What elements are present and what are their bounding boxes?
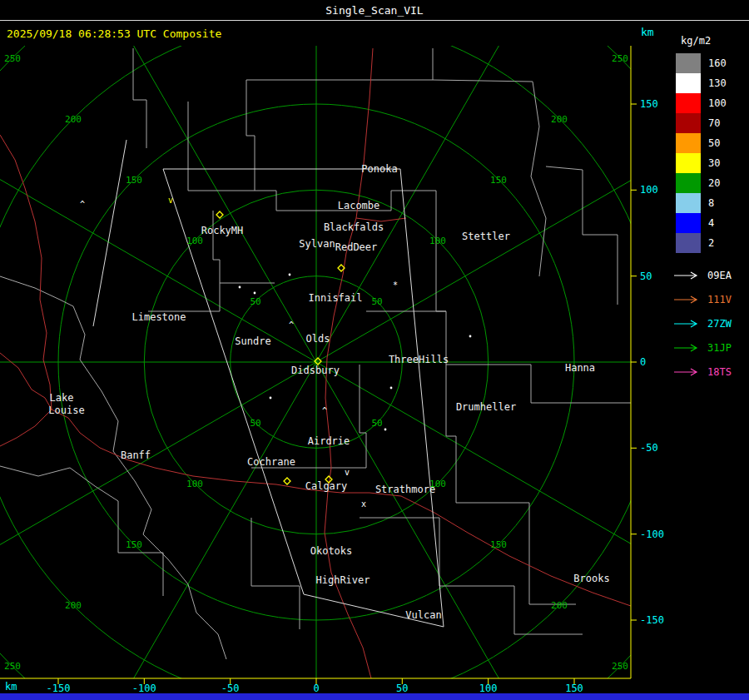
colorbar-swatch xyxy=(676,173,701,193)
radar-site-id-label: 09EA xyxy=(707,270,732,281)
radar-arrow-icon xyxy=(672,367,702,377)
colorbar-swatch xyxy=(676,153,701,173)
town-glyph-marker: ^ xyxy=(322,406,327,415)
town-dot-marker xyxy=(254,292,256,295)
city-label: Airdrie xyxy=(308,435,350,447)
city-label: Didsbury xyxy=(291,365,340,376)
range-ring-label: 50 xyxy=(371,418,382,429)
city-label: Blackfalds xyxy=(324,221,384,233)
colorbar-value-label: 160 xyxy=(708,57,727,69)
colorbar-entry: 70 xyxy=(676,113,727,133)
radar-site-id-label: 18TS xyxy=(707,366,732,378)
radar-arrow-icon xyxy=(672,343,702,353)
town-glyph-marker: ^ xyxy=(289,320,294,330)
colorbar-entry: 8 xyxy=(676,193,727,213)
colorbar-swatch xyxy=(676,193,701,213)
range-rings xyxy=(0,0,747,700)
radar-arrow-icon xyxy=(672,319,702,329)
y-axis-tick-label: 0 xyxy=(640,356,646,368)
x-axis-tick-label: 150 xyxy=(565,683,583,694)
colorbar-swatch xyxy=(676,53,701,73)
city-label: HighRiver xyxy=(315,574,370,586)
radar-map-canvas[interactable]: 5050505010010010010015015015015020020020… xyxy=(0,0,749,700)
town-glyph-marker: ^ xyxy=(80,200,85,209)
city-label: Innisfail xyxy=(308,292,362,304)
y-axis-tick-label: 150 xyxy=(640,98,658,110)
range-ring-label: 150 xyxy=(126,539,142,550)
y-axis-tick-label: -150 xyxy=(640,614,664,626)
radar-site-id-label: 27ZW xyxy=(707,318,732,330)
colorbar-entry: 20 xyxy=(676,173,727,193)
animation-progress-bar[interactable] xyxy=(0,693,749,700)
city-label: Cochrane xyxy=(247,456,295,468)
colorbar-entry: 160 xyxy=(676,53,727,73)
colorbar-swatch xyxy=(676,73,701,93)
colorbar-value-label: 100 xyxy=(708,97,727,109)
range-ring-label: 50 xyxy=(250,418,260,429)
colorbar-swatch xyxy=(676,233,701,253)
colorbar-value-label: 50 xyxy=(708,137,720,149)
colorbar-value-label: 20 xyxy=(708,177,720,189)
x-axis-tick-label: -150 xyxy=(47,683,71,694)
radar-arrow-icon xyxy=(672,271,702,280)
range-ring-label: 100 xyxy=(186,479,203,489)
colorbar-unit-label: kg/m2 xyxy=(681,35,711,47)
city-diamond-marker xyxy=(284,478,290,484)
x-axis-tick-label: 50 xyxy=(396,683,408,694)
radar-app-window: Single_Scan_VIL 2025/09/18 06:28:53 UTC … xyxy=(0,0,749,700)
town-glyph-marker: x xyxy=(361,499,366,509)
city-label: Strathmore xyxy=(375,484,435,495)
range-ring-label: 100 xyxy=(429,236,446,246)
y-axis-tick-label: -50 xyxy=(640,442,658,454)
x-axis-tick-label: 100 xyxy=(479,683,498,694)
y-axis-tick-label: 100 xyxy=(640,184,658,196)
city-label: Stettler xyxy=(462,231,510,242)
city-label: Lacombe xyxy=(338,200,380,211)
range-ring-label: 250 xyxy=(612,661,628,672)
radar-site-id-label: 111V xyxy=(707,294,732,305)
x-axis-unit-label: km xyxy=(5,681,17,693)
town-dot-marker xyxy=(270,397,272,400)
town-dot-marker xyxy=(289,274,291,276)
range-ring-label: 200 xyxy=(551,114,568,125)
range-ring-label: 200 xyxy=(65,114,82,125)
range-ring-label: 250 xyxy=(612,53,628,64)
range-ring-label: 150 xyxy=(126,175,142,186)
city-label: Olds xyxy=(306,333,330,345)
range-ring-label: 200 xyxy=(65,600,82,611)
colorbar-entry: 100 xyxy=(676,93,727,113)
colorbar-value-label: 8 xyxy=(708,197,714,209)
colorbar-swatch xyxy=(676,93,701,113)
colorbar-value-label: 4 xyxy=(708,217,714,229)
range-ring-label: 100 xyxy=(186,236,203,246)
city-label: RockyMH xyxy=(201,225,244,236)
range-ring-label: 150 xyxy=(490,175,507,186)
range-ring-label: 150 xyxy=(490,539,507,550)
radar-legend-item: 27ZW xyxy=(672,311,732,335)
colorbar-value-label: 130 xyxy=(708,77,727,89)
colorbar-entry: 50 xyxy=(676,133,727,153)
range-ring-label: 50 xyxy=(250,296,260,307)
map-layer: 5050505010010010010015015015015020020020… xyxy=(0,0,749,700)
city-label: Hanna xyxy=(565,362,595,374)
city-label: Banff xyxy=(121,449,151,461)
colorbar-entry: 30 xyxy=(676,153,727,173)
radar-legend-item: 18TS xyxy=(672,360,732,384)
x-axis-tick-label: 0 xyxy=(313,683,319,694)
city-label: Sundre xyxy=(235,335,270,347)
town-dot-marker xyxy=(390,387,393,390)
range-ring-label: 250 xyxy=(4,53,21,64)
colorbar-entry: 130 xyxy=(676,73,727,93)
colorbar-swatch xyxy=(676,113,701,133)
radar-site-id-label: 31JP xyxy=(707,342,732,354)
colorbar-value-label: 30 xyxy=(708,157,720,169)
city-label: RedDeer xyxy=(335,241,378,253)
x-axis-tick-label: -50 xyxy=(221,683,240,694)
town-glyph-marker: v xyxy=(168,196,173,205)
town-glyph-marker: * xyxy=(393,280,398,290)
range-ring-label: 200 xyxy=(551,600,568,611)
radar-legend-item: 09EA xyxy=(672,263,732,287)
range-ring-label: 50 xyxy=(371,296,382,307)
radar-legend-item: 111V xyxy=(672,287,732,311)
colorbar-entry: 2 xyxy=(676,233,727,253)
